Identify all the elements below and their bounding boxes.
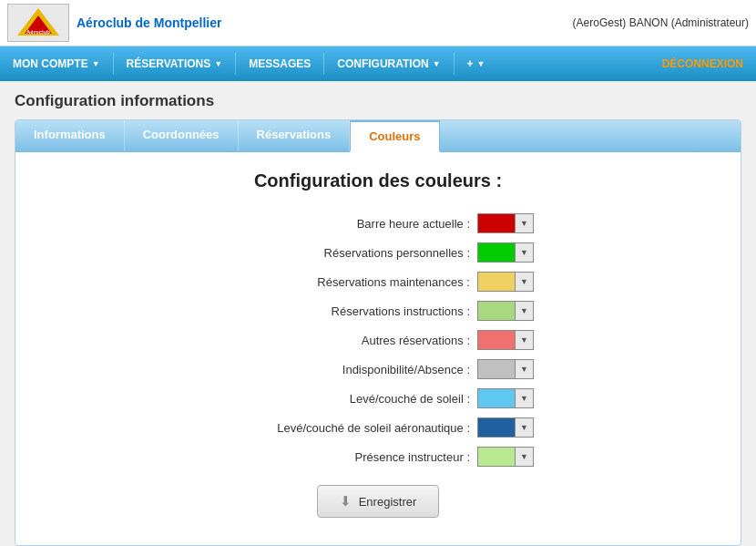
color-label-reservations-maint: Réservations maintenances : [222, 275, 477, 289]
color-label-barre-heure: Barre heure actuelle : [222, 217, 477, 231]
color-label-autres-reservations: Autres réservations : [222, 334, 477, 347]
svg-text:Aéroclub: Aéroclub [26, 29, 50, 35]
chevron-down-icon: ▼ [477, 59, 485, 68]
logo: Aéroclub [7, 4, 69, 42]
chevron-down-icon: ▼ [214, 59, 222, 68]
color-dropdown-leve-couche-aero[interactable]: ▼ [516, 417, 534, 438]
header-left: Aéroclub Aéroclub de Montpellier [7, 4, 221, 42]
color-label-leve-couche: Levé/couché de soleil : [222, 392, 477, 406]
color-select-barre-heure: ▼ [477, 213, 534, 233]
color-swatch-reservations-maint[interactable] [477, 272, 516, 292]
color-select-leve-couche: ▼ [477, 388, 534, 408]
color-dropdown-barre-heure[interactable]: ▼ [516, 213, 534, 233]
main-content: Configuration informations Informations … [0, 81, 756, 546]
color-dropdown-reservations-maint[interactable]: ▼ [516, 272, 534, 292]
nav-configuration[interactable]: CONFIGURATION ▼ [324, 46, 453, 81]
color-label-reservations-perso: Réservations personnelles : [222, 246, 477, 260]
color-select-leve-couche-aero: ▼ [477, 417, 534, 438]
nav-mon-compte[interactable]: MON COMPTE ▼ [0, 46, 113, 81]
tab-content: Configuration des couleurs : Barre heure… [15, 152, 741, 545]
color-swatch-indisponibilite[interactable] [477, 359, 516, 379]
save-button[interactable]: ⬇ Enregistrer [317, 485, 440, 518]
color-dropdown-autres-reservations[interactable]: ▼ [516, 330, 534, 350]
color-swatch-reservations-perso[interactable] [477, 242, 516, 263]
color-rows: Barre heure actuelle : ▼ Réservations pe… [43, 213, 713, 467]
color-row-indisponibilite: Indisponibilité/Absence : ▼ [43, 359, 713, 379]
chevron-down-icon: ▼ [433, 59, 441, 68]
save-icon: ⬇ [340, 493, 352, 510]
tabs-row: Informations Coordonnées Réservations Co… [15, 120, 741, 152]
tabs-container: Informations Coordonnées Réservations Co… [15, 119, 741, 546]
color-dropdown-indisponibilite[interactable]: ▼ [516, 359, 534, 379]
header: Aéroclub Aéroclub de Montpellier (AeroGe… [0, 0, 756, 46]
color-label-presence-instructeur: Présence instructeur : [222, 450, 477, 464]
color-row-presence-instructeur: Présence instructeur : ▼ [43, 447, 713, 467]
section-title: Configuration des couleurs : [43, 170, 713, 191]
color-dropdown-reservations-instr[interactable]: ▼ [516, 301, 534, 321]
color-row-autres-reservations: Autres réservations : ▼ [43, 330, 713, 350]
color-select-presence-instructeur: ▼ [477, 447, 534, 467]
color-dropdown-presence-instructeur[interactable]: ▼ [516, 447, 534, 467]
user-info: (AeroGest) BANON (Administrateur) [573, 16, 749, 29]
color-select-reservations-perso: ▼ [477, 242, 534, 263]
color-select-indisponibilite: ▼ [477, 359, 534, 379]
color-label-leve-couche-aero: Levé/couché de soleil aéronautique : [222, 421, 477, 435]
tab-coordonnees[interactable]: Coordonnées [125, 120, 239, 151]
color-select-reservations-instr: ▼ [477, 301, 534, 321]
color-row-barre-heure: Barre heure actuelle : ▼ [43, 213, 713, 233]
color-label-reservations-instr: Réservations instructions : [222, 304, 477, 318]
nav-messages[interactable]: MESSAGES [236, 46, 323, 81]
color-swatch-reservations-instr[interactable] [477, 301, 516, 321]
tab-couleurs[interactable]: Couleurs [350, 120, 439, 152]
save-row: ⬇ Enregistrer [43, 485, 713, 518]
tab-informations[interactable]: Informations [15, 120, 125, 151]
navigation: MON COMPTE ▼ RÉSERVATIONS ▼ MESSAGES CON… [0, 46, 756, 81]
color-row-reservations-maint: Réservations maintenances : ▼ [43, 272, 713, 292]
color-dropdown-reservations-perso[interactable]: ▼ [516, 242, 534, 263]
color-row-leve-couche-aero: Levé/couché de soleil aéronautique : ▼ [43, 417, 713, 438]
color-row-reservations-instr: Réservations instructions : ▼ [43, 301, 713, 321]
color-swatch-leve-couche-aero[interactable] [477, 417, 516, 438]
color-swatch-barre-heure[interactable] [477, 213, 516, 233]
color-row-reservations-perso: Réservations personnelles : ▼ [43, 242, 713, 263]
color-swatch-autres-reservations[interactable] [477, 330, 516, 350]
nav-deconnexion[interactable]: DÉCONNEXION [649, 46, 756, 81]
tab-reservations[interactable]: Réservations [239, 120, 351, 151]
color-select-reservations-maint: ▼ [477, 272, 534, 292]
color-dropdown-leve-couche[interactable]: ▼ [516, 388, 534, 408]
color-swatch-leve-couche[interactable] [477, 388, 516, 408]
nav-plus[interactable]: + ▼ [455, 46, 498, 81]
color-row-leve-couche: Levé/couché de soleil : ▼ [43, 388, 713, 408]
color-select-autres-reservations: ▼ [477, 330, 534, 350]
color-swatch-presence-instructeur[interactable] [477, 447, 516, 467]
page-title: Configuration informations [15, 92, 741, 110]
site-title[interactable]: Aéroclub de Montpellier [77, 15, 221, 30]
chevron-down-icon: ▼ [92, 59, 100, 68]
color-label-indisponibilite: Indisponibilité/Absence : [222, 363, 477, 376]
nav-reservations[interactable]: RÉSERVATIONS ▼ [114, 46, 236, 81]
